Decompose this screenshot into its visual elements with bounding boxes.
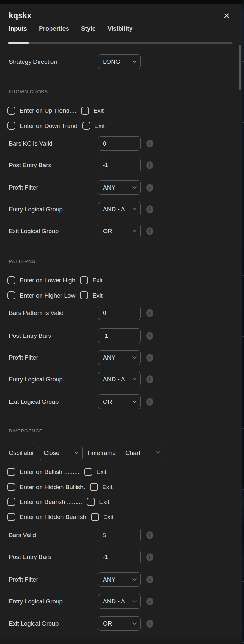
scrollbar-thumb[interactable] [239,45,241,90]
info-icon[interactable]: i [146,576,153,583]
chevron-down-icon [132,400,137,403]
strategy-direction-row: Strategy Direction LONG [0,54,242,69]
kc-post-entry-row: Post Entry Bars -1 i [0,158,242,172]
chevron-down-icon [132,578,137,581]
pat-higher-low-exit-label: Exit [92,292,103,299]
pat-higher-low-exit-checkbox[interactable] [80,291,88,299]
dialog-footer-shade [0,634,242,644]
tab-inputs[interactable]: Inputs [9,25,27,32]
div-bearish-exit-checkbox[interactable] [87,498,95,506]
pat-exit-group-value: OR [103,398,131,405]
chevron-down-icon [132,230,137,232]
kc-enter-up-trend-checkbox[interactable] [7,107,15,115]
chevron-down-icon [74,451,78,454]
div-entry-group-select[interactable]: AND - A [98,594,141,609]
div-bullish-row: Enter on Bullish ......... Exit [0,468,242,476]
kc-profit-filter-select[interactable]: ANY [98,180,141,195]
div-hidden-bearish-row: Enter on Hidden Bearish Exit [0,513,242,521]
pat-enter-higher-low-checkbox[interactable] [7,291,15,299]
info-icon[interactable]: i [146,531,153,539]
chevron-down-icon [132,186,137,189]
kc-exit-group-row: Exit Logical Group OR i [0,224,242,238]
kc-profit-filter-row: Profit Filter ANY i [0,180,242,195]
kc-bars-valid-input[interactable]: 0 [98,136,141,151]
chevron-down-icon [132,60,137,63]
div-bullish-exit-label: Exit [96,469,107,476]
div-hidden-bearish-exit-checkbox[interactable] [91,513,99,521]
kc-post-entry-value: -1 [103,162,137,169]
kc-bars-valid-label: Bars KC is Valid [9,140,98,147]
oscillator-select[interactable]: Close [39,446,83,460]
div-enter-bearish-checkbox[interactable] [7,498,15,506]
div-exit-group-value: OR [103,620,131,627]
pat-profit-filter-value: ANY [103,354,131,361]
div-bullish-exit-checkbox[interactable] [84,468,92,476]
pat-exit-group-select[interactable]: OR [98,394,141,409]
div-enter-hidden-bearish-label: Enter on Hidden Bearish [20,514,86,521]
div-enter-hidden-bullish-checkbox[interactable] [7,483,15,491]
oscillator-value: Close [44,450,73,457]
strategy-direction-select[interactable]: LONG [98,54,141,69]
info-icon[interactable]: i [146,598,153,605]
div-bars-valid-value: 5 [103,532,137,539]
div-entry-group-row: Entry Logical Group AND - A i [0,594,242,609]
kc-down-trend-exit-checkbox[interactable] [82,122,90,130]
info-icon[interactable]: i [146,161,153,169]
kc-up-trend-row: Enter on Up Trend.... Exit [0,106,242,115]
div-bars-valid-input[interactable]: 5 [98,528,141,542]
info-icon[interactable]: i [146,140,153,147]
div-exit-group-row: Exit Logical Group OR i [0,616,242,631]
timeframe-label: Timeframe [87,450,121,457]
pat-enter-lower-high-checkbox[interactable] [7,276,15,284]
timeframe-select[interactable]: Chart [121,446,164,460]
info-icon[interactable]: i [146,553,153,561]
page-title: kqskx [9,11,242,20]
pat-lower-high-row: Enter on Lower High Exit [0,276,242,285]
info-icon[interactable]: i [146,375,153,383]
div-hidden-bullish-exit-checkbox[interactable] [90,483,98,491]
section-header-divergence: DIVERGENCE [0,428,242,433]
info-icon[interactable]: i [146,620,153,628]
info-icon[interactable]: i [146,398,153,406]
kc-post-entry-input[interactable]: -1 [98,158,141,172]
chevron-down-icon [132,600,137,603]
div-enter-bullish-checkbox[interactable] [7,468,15,476]
tab-underline-active [8,42,29,44]
pat-exit-group-row: Exit Logical Group OR i [0,394,242,409]
info-icon[interactable]: i [146,309,153,317]
div-exit-group-select[interactable]: OR [98,616,141,631]
tab-properties[interactable]: Properties [39,25,69,32]
div-bearish-exit-label: Exit [99,498,109,506]
kc-exit-group-select[interactable]: OR [98,224,141,238]
pat-profit-filter-select[interactable]: ANY [98,350,141,365]
pat-bars-valid-input[interactable]: 0 [98,306,141,320]
div-entry-group-value: AND - A [103,598,131,605]
indicator-settings-dialog: kqskx ✕ Inputs Properties Style Visibili… [0,4,242,644]
pat-post-entry-row: Post Entry Bars -1 i [0,328,242,343]
div-exit-group-label: Exit Logical Group [9,620,98,627]
div-profit-filter-label: Profit Filter [9,576,98,583]
pat-lower-high-exit-checkbox[interactable] [80,276,88,284]
tab-style[interactable]: Style [81,25,95,32]
kc-exit-group-value: OR [103,228,131,235]
kc-profit-filter-value: ANY [103,184,131,191]
info-icon[interactable]: i [146,184,153,192]
info-icon[interactable]: i [146,354,153,362]
div-hidden-bearish-exit-label: Exit [103,514,113,521]
info-icon[interactable]: i [146,227,153,235]
kc-up-trend-exit-checkbox[interactable] [81,107,89,115]
oscillator-label: Oscillator [9,450,39,457]
info-icon[interactable]: i [146,332,153,340]
close-icon[interactable]: ✕ [222,11,231,21]
pat-entry-group-select[interactable]: AND - A [98,372,141,386]
kc-entry-group-select[interactable]: AND - A [98,202,141,216]
div-post-entry-input[interactable]: -1 [98,550,141,564]
kc-enter-down-trend-checkbox[interactable] [7,122,15,130]
tab-visibility[interactable]: Visibility [107,25,132,32]
div-profit-filter-row: Profit Filter ANY i [0,572,242,587]
pat-post-entry-input[interactable]: -1 [98,328,141,343]
div-enter-hidden-bearish-checkbox[interactable] [7,513,15,521]
div-profit-filter-select[interactable]: ANY [98,572,141,587]
pat-post-entry-value: -1 [103,332,137,339]
info-icon[interactable]: i [146,205,153,213]
